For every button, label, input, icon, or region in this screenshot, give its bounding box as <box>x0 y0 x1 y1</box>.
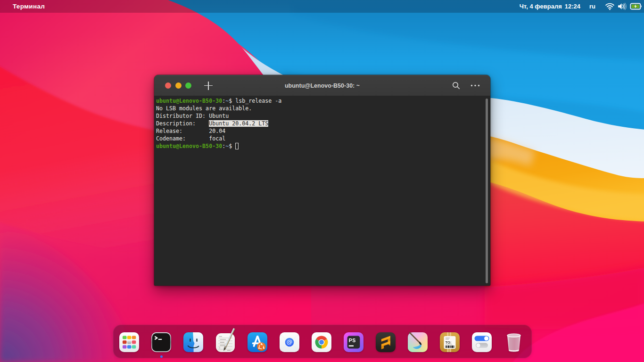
launchpad-icon <box>119 332 140 353</box>
chrome-icon <box>311 332 332 353</box>
textedit-icon <box>215 332 236 353</box>
dock-item-settings[interactable] <box>471 332 492 353</box>
titlebar-actions <box>452 82 480 90</box>
keyboard-layout-indicator[interactable]: ru <box>589 3 595 10</box>
dock-item-chrome[interactable] <box>311 332 332 353</box>
terminal-text-segment: Ubuntu 20.04.2 LTS <box>209 120 268 127</box>
dock-item-phpstorm[interactable]: PS <box>343 332 364 353</box>
volume-icon <box>617 2 627 10</box>
dock-item-terminal[interactable] <box>151 332 172 353</box>
trash-icon <box>504 332 524 353</box>
dock-item-mail[interactable]: @ <box>279 332 300 353</box>
running-indicator-dot <box>160 355 163 358</box>
dock-item-package-labels[interactable]: TO: <box>439 332 460 353</box>
terminal-text-segment: ubuntu@Lenovo-B50-30 <box>156 143 222 149</box>
menu-icon[interactable] <box>471 84 480 87</box>
dock-item-textedit[interactable] <box>215 332 236 353</box>
dock: @ PS <box>113 325 532 358</box>
mail-at-glyph: @ <box>287 338 293 346</box>
terminal-line: ubuntu@Lenovo-B50-30:~$ <box>156 142 281 150</box>
terminal-line: Description: Ubuntu 20.04.2 LTS <box>156 120 281 127</box>
terminal-icon <box>151 332 172 353</box>
minimize-button[interactable] <box>175 82 182 89</box>
terminal-text-segment: $ <box>229 143 235 149</box>
terminal-window: ubuntu@Lenovo-B50-30: ~ ubuntu@Lenovo-B5… <box>154 75 490 286</box>
sublime-text-icon <box>375 332 396 353</box>
wifi-icon <box>605 2 615 10</box>
terminal-text: ubuntu@Lenovo-B50-30:~$ lsb_release -aNo… <box>156 97 281 150</box>
battery-charging-icon <box>630 3 642 10</box>
window-titlebar[interactable]: ubuntu@Lenovo-B50-30: ~ <box>154 75 490 96</box>
dock-item-launchpad[interactable] <box>119 332 140 353</box>
terminal-text-segment: Description: <box>156 120 209 127</box>
clock-time: 12:24 <box>565 3 580 10</box>
system-status-icons[interactable] <box>605 2 642 10</box>
paint-icon <box>407 332 428 353</box>
clock[interactable]: Чт, 4 февраля12:24 <box>520 3 580 10</box>
terminal-line: No LSB modules are available. <box>156 105 281 112</box>
maximize-button[interactable] <box>185 82 191 89</box>
terminal-content[interactable]: ubuntu@Lenovo-B50-30:~$ lsb_release -aNo… <box>154 96 490 286</box>
clock-date: Чт, 4 февраля <box>520 3 562 10</box>
terminal-text-segment: $ lsb_release -a <box>229 98 281 104</box>
dock-item-paint[interactable] <box>407 332 428 353</box>
terminal-text-segment: Codename: focal <box>156 135 225 142</box>
terminal-text-segment: No LSB modules are available. <box>156 105 252 112</box>
package-to-label: TO: <box>446 340 452 345</box>
phpstorm-icon: PS <box>343 332 364 353</box>
dock-item-sublime-text[interactable] <box>375 332 396 353</box>
terminal-text-segment: Release: 20.04 <box>156 128 225 134</box>
mail-icon: @ <box>279 332 300 353</box>
dock-item-ubuntu-software[interactable] <box>247 332 268 353</box>
focused-app-name[interactable]: Терминал <box>13 3 45 10</box>
package-labels-icon: TO: <box>439 332 460 353</box>
phpstorm-ps-glyph: PS <box>349 337 356 343</box>
terminal-line: ubuntu@Lenovo-B50-30:~$ lsb_release -a <box>156 97 281 105</box>
search-icon[interactable] <box>452 82 460 90</box>
dock-item-trash[interactable] <box>504 332 524 353</box>
terminal-line: Distributor ID: Ubuntu <box>156 112 281 120</box>
top-bar: Терминал Чт, 4 февраля12:24 ru <box>0 0 644 13</box>
settings-icon <box>471 332 492 353</box>
new-tab-button[interactable] <box>204 82 213 90</box>
close-button[interactable] <box>165 82 171 89</box>
window-controls <box>165 82 191 89</box>
ubuntu-software-icon <box>247 332 268 353</box>
terminal-text-segment: Distributor ID: Ubuntu <box>156 113 229 119</box>
terminal-text-segment: ubuntu@Lenovo-B50-30 <box>156 98 222 104</box>
finder-icon <box>183 332 204 353</box>
terminal-line: Release: 20.04 <box>156 127 281 135</box>
top-bar-right: Чт, 4 февраля12:24 ru <box>520 2 644 10</box>
dock-item-finder[interactable] <box>183 332 204 353</box>
scrollbar-thumb[interactable] <box>486 99 488 283</box>
terminal-cursor <box>235 143 239 149</box>
terminal-line: Codename: focal <box>156 135 281 142</box>
